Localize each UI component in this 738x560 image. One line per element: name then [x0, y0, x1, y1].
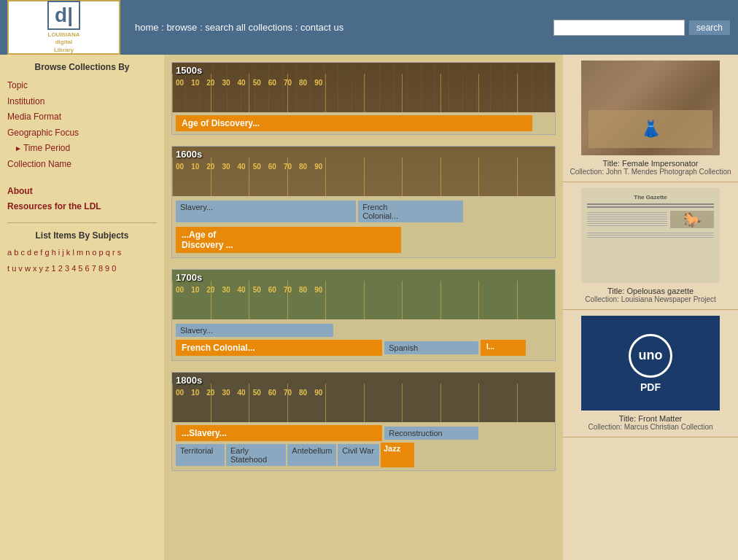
french-colonial-bar-1600[interactable]: FrenchColonial... [358, 201, 463, 222]
alpha-h[interactable]: h [52, 248, 56, 257]
alpha-l[interactable]: l [72, 248, 74, 257]
slavery-1800-bar[interactable]: ...Slavery... [176, 425, 382, 441]
alpha-x[interactable]: x [33, 264, 37, 273]
sidebar-item-institution[interactable]: Institution [7, 94, 157, 110]
logo-subtitle: LOUISIANAdigitalLibrary [47, 31, 80, 54]
nav-search-all[interactable]: search all collections [205, 22, 292, 33]
alpha-o[interactable]: o [92, 248, 96, 257]
bars-row-slavery: Slavery... [176, 322, 551, 338]
item-title-front-matter: Title: Front Matter [569, 414, 732, 423]
thumbnail-female-impersonator[interactable]: 👗 [581, 61, 720, 155]
thumbnail-opelousas[interactable]: The Gazette [581, 188, 720, 283]
slavery-bar-1700[interactable]: Slavery... [176, 324, 333, 337]
tick-lines [172, 281, 555, 319]
spanish-bar[interactable]: Spanish [384, 341, 478, 354]
bars-row-slavery-1800: ...Slavery... Reconstruction [176, 425, 551, 441]
bars-1500s: Age of Discovery... [172, 112, 555, 134]
logo[interactable]: d| LOUISIANAdigitalLibrary [7, 0, 120, 55]
alpha-t[interactable]: t [7, 264, 9, 273]
sidebar-item-time-period[interactable]: ► Time Period [7, 141, 157, 157]
timeline-1600s: 1600s 00 10 20 30 40 50 60 70 80 90 [171, 146, 556, 258]
alpha-q[interactable]: q [106, 248, 110, 257]
age-of-discovery-1600-bar[interactable]: ...Age ofDiscovery ... [176, 227, 401, 253]
header: d| LOUISIANAdigitalLibrary home : browse… [0, 0, 738, 55]
browse-title: Browse Collections By [7, 62, 157, 72]
nav-home[interactable]: home [135, 22, 159, 33]
thumbnail-front-matter[interactable]: uno PDF [581, 316, 720, 411]
alpha-d[interactable]: d [27, 248, 31, 257]
reconstruction-bar[interactable]: Reconstruction [384, 427, 478, 440]
alpha-v[interactable]: v [18, 264, 23, 273]
alpha-n[interactable]: n [85, 248, 90, 257]
sidebar-item-collection-name[interactable]: Collection Name [7, 157, 157, 173]
alpha-5[interactable]: 5 [78, 264, 82, 273]
alpha-z[interactable]: z [45, 264, 50, 273]
sidebar: Browse Collections By Topic Institution … [0, 55, 164, 560]
search-area: search [554, 20, 731, 36]
search-input[interactable] [554, 20, 685, 36]
slavery-bar-1600[interactable]: Slavery... [176, 201, 356, 222]
bars-1700s: Slavery... French Colonial... Spanish l.… [172, 319, 555, 360]
bars-1600s: Slavery... FrenchColonial... ...Age ofDi… [172, 196, 555, 257]
search-button[interactable]: search [688, 20, 731, 36]
alpha-7[interactable]: 7 [92, 264, 96, 273]
alpha-2[interactable]: 2 [58, 264, 63, 273]
nav-links: home : browse : search all collections :… [120, 22, 554, 33]
alpha-1[interactable]: 1 [52, 264, 56, 273]
alpha-k[interactable]: k [66, 248, 71, 257]
center-content: 1500s 00 10 20 30 40 50 60 70 80 90 [164, 55, 563, 560]
uno-logo-circle: uno [629, 334, 672, 378]
sidebar-about: About Resources for the LDL [7, 184, 157, 215]
alpha-i[interactable]: i [58, 248, 60, 257]
alpha-b[interactable]: b [14, 248, 18, 257]
item-title-opelousas: Title: Opelousas gazette [569, 287, 732, 295]
civil-war-bar[interactable]: Civil War [338, 444, 379, 466]
timeline-1800s: 1800s 00 10 20 30 40 50 60 70 80 90 [171, 372, 556, 471]
alpha-u[interactable]: u [12, 264, 16, 273]
main-layout: Browse Collections By Topic Institution … [0, 55, 738, 560]
l-bar[interactable]: l... [481, 340, 526, 356]
alpha-6[interactable]: 6 [85, 264, 90, 273]
timeline-label-1800s: 1800s [176, 375, 202, 386]
alpha-a[interactable]: a [7, 248, 12, 257]
jazz-bar[interactable]: Jazz [381, 443, 414, 467]
browse-list: Topic Institution Media Format Geographi… [7, 78, 157, 173]
alpha-w[interactable]: w [25, 264, 31, 273]
alpha-s[interactable]: s [117, 248, 122, 257]
alpha-y[interactable]: y [39, 264, 43, 273]
alpha-8[interactable]: 8 [98, 264, 103, 273]
timeline-1700s: 1700s 00 10 20 30 40 50 60 70 80 90 [171, 269, 556, 361]
alpha-e[interactable]: e [34, 248, 38, 257]
bars-row-1: Slavery... FrenchColonial... [176, 199, 551, 224]
alpha-0[interactable]: 0 [112, 264, 116, 273]
list-items-title: List Items By Subjects [7, 230, 157, 241]
alpha-9[interactable]: 9 [105, 264, 109, 273]
territorial-bar[interactable]: Territorial [176, 444, 225, 466]
sidebar-resources-link[interactable]: Resources for the LDL [7, 199, 157, 215]
alpha-r[interactable]: r [112, 248, 115, 257]
sidebar-item-geographic-focus[interactable]: Geographic Focus [7, 125, 157, 141]
sidebar-item-media-format[interactable]: Media Format [7, 109, 157, 125]
alpha-p[interactable]: p [99, 248, 104, 257]
early-statehood-bar[interactable]: Early Statehood [226, 444, 286, 466]
alpha-f[interactable]: f [40, 248, 42, 257]
collection-item-female-impersonator: 👗 Title: Female Impersonator Collection:… [563, 55, 738, 182]
nav-contact[interactable]: contact us [300, 22, 343, 33]
timeline-label-1500s: 1500s [176, 65, 202, 76]
age-of-discovery-bar[interactable]: Age of Discovery... [176, 115, 532, 131]
alpha-4[interactable]: 4 [71, 264, 76, 273]
bars-row-2: French Colonial... Spanish l... [176, 340, 551, 356]
tick-lines [172, 158, 555, 196]
french-colonial-1700-bar[interactable]: French Colonial... [176, 340, 382, 356]
alpha-g[interactable]: g [44, 248, 49, 257]
timeline-label-1700s: 1700s [176, 272, 202, 283]
nav-browse[interactable]: browse [166, 22, 197, 33]
alpha-3[interactable]: 3 [65, 264, 69, 273]
alpha-m[interactable]: m [77, 248, 83, 257]
sidebar-item-topic[interactable]: Topic [7, 78, 157, 94]
sidebar-about-link[interactable]: About [7, 184, 157, 200]
divider [7, 222, 157, 223]
alpha-c[interactable]: c [20, 248, 25, 257]
alpha-j[interactable]: j [62, 248, 63, 257]
antebellum-bar[interactable]: Antebellum [287, 444, 336, 466]
